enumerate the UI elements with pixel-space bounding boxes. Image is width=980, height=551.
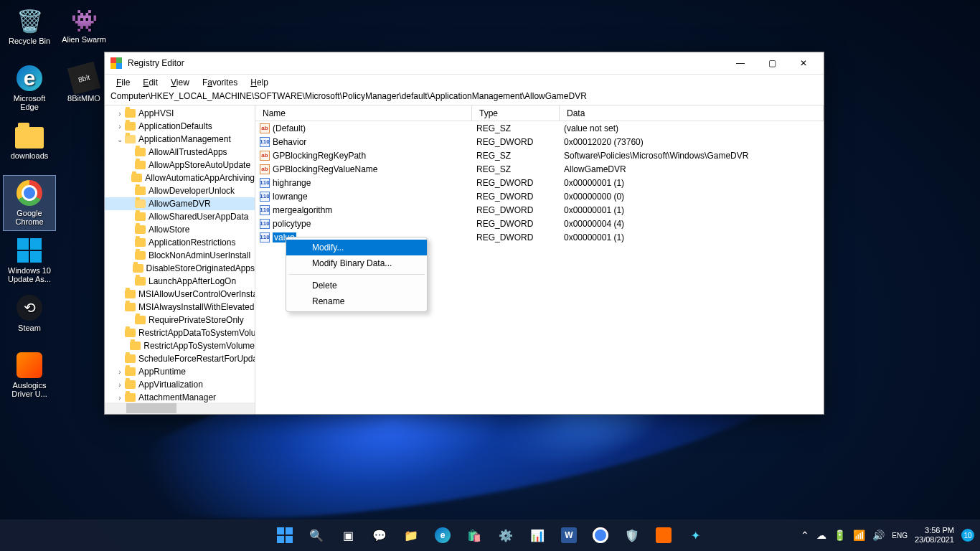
tray-wifi-icon[interactable]: 📶 bbox=[853, 529, 865, 541]
tree-item-disablestoreoriginatedapps[interactable]: DisableStoreOriginatedApps bbox=[105, 262, 255, 275]
tree-expand-icon[interactable]: ⌄ bbox=[115, 136, 125, 143]
menu-favorites[interactable]: Favorites bbox=[197, 76, 243, 89]
desktop-icon-label: Windows 10 Update As... bbox=[4, 266, 55, 283]
address-bar[interactable]: Computer\HKEY_LOCAL_MACHINE\SOFTWARE\Mic… bbox=[105, 90, 824, 105]
maximize-button[interactable]: ▢ bbox=[756, 53, 788, 73]
tray-ime-icon[interactable]: ENG bbox=[892, 532, 908, 540]
tree-item-restrictappdatatosystemvolume[interactable]: RestrictAppDataToSystemVolume bbox=[105, 326, 255, 339]
tree-expand-icon[interactable]: › bbox=[115, 110, 125, 118]
tree-item-msialwaysinstallwithelevatedprivileges[interactable]: MSIAlwaysInstallWithElevatedPrivileges bbox=[105, 301, 255, 314]
taskbar-chrome-button[interactable] bbox=[587, 522, 614, 549]
value-row[interactable]: 110mergealgorithmREG_DWORD0x00000001 (1) bbox=[255, 203, 824, 217]
tree-item-applicationdefaults[interactable]: ›ApplicationDefaults bbox=[105, 120, 255, 133]
desktop-icon-win10-update[interactable]: Windows 10 Update As... bbox=[3, 232, 56, 288]
close-button[interactable]: ✕ bbox=[788, 53, 819, 73]
tree-item-launchappafterlogon[interactable]: LaunchAppAfterLogOn bbox=[105, 275, 255, 288]
titlebar[interactable]: Registry Editor — ▢ ✕ bbox=[105, 52, 824, 74]
menu-file[interactable]: File bbox=[110, 76, 136, 89]
taskbar-taskview-button[interactable]: ▣ bbox=[334, 522, 362, 549]
tree-item-applicationmanagement[interactable]: ⌄ApplicationManagement bbox=[105, 133, 255, 146]
desktop-icon-steam[interactable]: ⟲ Steam bbox=[3, 290, 56, 346]
context-menu-rename[interactable]: Rename bbox=[286, 293, 427, 309]
value-row[interactable]: 110highrangeREG_DWORD0x00000001 (1) bbox=[255, 176, 824, 189]
tree-expand-icon[interactable]: › bbox=[115, 123, 125, 131]
taskbar-explorer-button[interactable]: 📁 bbox=[397, 522, 425, 549]
value-row[interactable]: abGPBlockingRegValueNameREG_SZAllowGameD… bbox=[255, 162, 824, 176]
value-row[interactable]: abGPBlockingRegKeyPathREG_SZSoftware\Pol… bbox=[255, 149, 824, 162]
tree-item-allowshareduserappdata[interactable]: AllowSharedUserAppData bbox=[105, 210, 255, 223]
column-data[interactable]: Data bbox=[560, 105, 824, 121]
tree-item-restrictapptosystemvolume[interactable]: RestrictAppToSystemVolume bbox=[105, 339, 255, 352]
tree-item-appruntime[interactable]: ›AppRuntime bbox=[105, 365, 255, 378]
taskbar-store-button[interactable]: 🛍️ bbox=[461, 522, 488, 549]
value-name: GPBlockingRegValueName bbox=[273, 164, 378, 174]
system-tray[interactable]: ⌃ ☁ 🔋 📶 🔊 ENG bbox=[801, 529, 908, 541]
tree-item-appvirtualization[interactable]: ›AppVirtualization bbox=[105, 378, 255, 391]
tree-item-label: MSIAlwaysInstallWithElevatedPrivileges bbox=[138, 302, 255, 312]
registry-tree[interactable]: ›AppHVSI›ApplicationDefaults⌄Application… bbox=[105, 105, 255, 414]
context-menu-modify[interactable]: Modify... bbox=[286, 240, 427, 255]
tree-horizontal-scrollbar[interactable] bbox=[105, 402, 255, 414]
tray-volume-icon[interactable]: 🔊 bbox=[872, 529, 885, 541]
minimize-button[interactable]: — bbox=[725, 53, 756, 73]
tree-item-msiallowusercontroloverinstall[interactable]: MSIAllowUserControlOverInstall bbox=[105, 288, 255, 301]
taskbar-app-button[interactable]: 📊 bbox=[524, 522, 551, 549]
tree-item-scheduleforcerestartforupdatefailures[interactable]: ScheduleForceRestartForUpdateFailures bbox=[105, 352, 255, 365]
tree-item-allowautomaticapparchiving[interactable]: AllowAutomaticAppArchiving bbox=[105, 171, 255, 184]
taskbar-settings-button[interactable]: ⚙️ bbox=[492, 522, 519, 549]
taskbar-app3-button[interactable]: ✦ bbox=[682, 522, 709, 549]
column-name[interactable]: Name bbox=[255, 105, 472, 121]
menubar: File Edit View Favorites Help bbox=[105, 74, 824, 90]
tree-expand-icon[interactable]: › bbox=[115, 381, 125, 389]
list-header[interactable]: Name Type Data bbox=[255, 105, 824, 121]
taskbar-start-button[interactable] bbox=[271, 522, 298, 549]
tree-expand-icon[interactable]: › bbox=[115, 368, 125, 376]
desktop-icon-8bitmmo[interactable]: 8bit 8BitMMO bbox=[57, 60, 110, 116]
value-name: highrange bbox=[273, 178, 311, 188]
menu-help[interactable]: Help bbox=[245, 76, 274, 89]
desktop-icon-edge[interactable]: e Microsoft Edge bbox=[3, 60, 56, 116]
tree-item-label: RestrictAppToSystemVolume bbox=[143, 341, 255, 351]
desktop-icon-chrome[interactable]: Google Chrome bbox=[3, 175, 56, 231]
desktop-icon-alien-swarm[interactable]: 👾 Alien Swarm bbox=[57, 3, 110, 59]
taskbar-app2-button[interactable] bbox=[650, 522, 677, 549]
shield-icon: 🛡️ bbox=[623, 527, 641, 544]
desktop-icon-recycle-bin[interactable]: 🗑️ Recycle Bin bbox=[3, 3, 56, 59]
value-row[interactable]: 110lowrangeREG_DWORD0x00000000 (0) bbox=[255, 189, 824, 203]
tree-item-applicationrestrictions[interactable]: ApplicationRestrictions bbox=[105, 236, 255, 249]
menu-view[interactable]: View bbox=[165, 76, 195, 89]
taskbar-security-button[interactable]: 🛡️ bbox=[618, 522, 646, 549]
taskbar-search-button[interactable]: 🔍 bbox=[303, 522, 330, 549]
tree-item-requireprivatestoreonly[interactable]: RequirePrivateStoreOnly bbox=[105, 314, 255, 326]
value-row[interactable]: ab(Default)REG_SZ(value not set) bbox=[255, 121, 824, 135]
tree-item-label: AllowAppStoreAutoUpdate bbox=[149, 160, 250, 170]
column-type[interactable]: Type bbox=[472, 105, 560, 121]
notification-badge[interactable]: 10 bbox=[961, 529, 974, 542]
tree-item-label: ApplicationManagement bbox=[138, 134, 231, 144]
tree-item-allowalltrustedapps[interactable]: AllowAllTrustedApps bbox=[105, 146, 255, 159]
tree-item-allowdeveloperunlock[interactable]: AllowDeveloperUnlock bbox=[105, 184, 255, 197]
tray-onedrive-icon[interactable]: ☁ bbox=[816, 529, 826, 541]
folder-icon bbox=[131, 174, 142, 182]
menu-edit[interactable]: Edit bbox=[137, 76, 164, 89]
tree-item-allowstore[interactable]: AllowStore bbox=[105, 223, 255, 236]
recycle-bin-icon: 🗑️ bbox=[15, 6, 44, 35]
desktop-icon-downloads[interactable]: downloads bbox=[3, 118, 56, 174]
context-menu-modify-binary-data[interactable]: Modify Binary Data... bbox=[286, 255, 427, 271]
taskbar-clock[interactable]: 3:56 PM 23/08/2021 bbox=[915, 526, 954, 545]
value-row[interactable]: 110policytypeREG_DWORD0x00000004 (4) bbox=[255, 217, 824, 230]
tray-chevron-icon[interactable]: ⌃ bbox=[801, 529, 809, 541]
taskbar-edge-button[interactable]: e bbox=[429, 522, 456, 549]
context-menu-delete[interactable]: Delete bbox=[286, 278, 427, 293]
tree-item-label: ApplicationDefaults bbox=[138, 121, 212, 131]
taskbar-word-button[interactable]: W bbox=[555, 522, 583, 549]
tree-item-allowappstoreautoupdate[interactable]: AllowAppStoreAutoUpdate bbox=[105, 159, 255, 171]
tree-item-allowgamedvr[interactable]: AllowGameDVR bbox=[105, 197, 255, 210]
taskbar-chat-button[interactable]: 💬 bbox=[366, 522, 393, 549]
desktop-icon-auslogics[interactable]: Auslogics Driver U... bbox=[3, 347, 56, 403]
tray-battery-icon[interactable]: 🔋 bbox=[834, 529, 846, 541]
tree-item-apphvsi[interactable]: ›AppHVSI bbox=[105, 107, 255, 120]
value-row[interactable]: 110BehaviorREG_DWORD0x00012020 (73760) bbox=[255, 135, 824, 149]
tree-item-blocknonadminuserinstall[interactable]: BlockNonAdminUserInstall bbox=[105, 249, 255, 262]
tree-expand-icon[interactable]: › bbox=[115, 394, 125, 402]
